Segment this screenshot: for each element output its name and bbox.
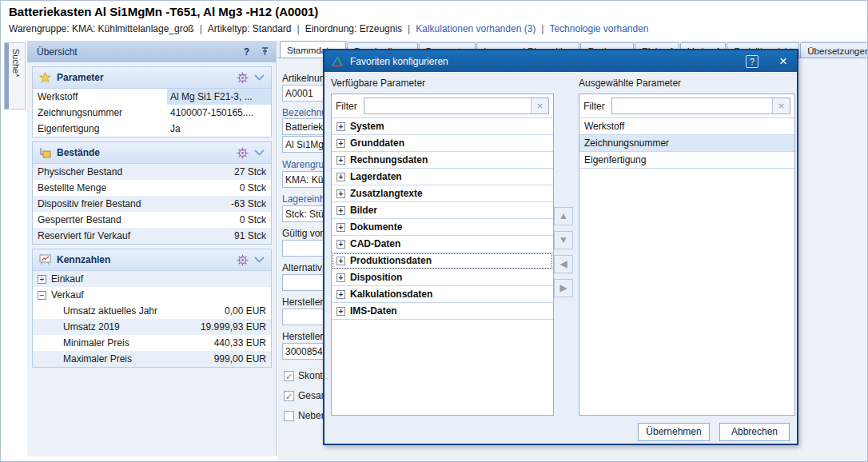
chevron-down-icon[interactable] <box>254 149 265 156</box>
kennzahl-row: Umsatz 201919.999,93 EUR <box>33 319 271 335</box>
overview-title: Übersicht <box>37 46 244 58</box>
dialog-title: Favoriten konfigurieren <box>350 56 739 67</box>
selected-item-werkstoff[interactable]: Werkstoff <box>579 118 794 135</box>
tree-item-zusatzlangtexte[interactable]: +Zusatzlangtexte <box>332 185 553 202</box>
bestand-row: Reserviert für Verkauf91 Stck <box>33 228 271 244</box>
section-bestaende-header[interactable]: Bestände <box>33 142 271 164</box>
section-parameter-header[interactable]: Parameter <box>33 67 271 89</box>
expand-icon[interactable]: + <box>336 290 345 299</box>
tree-item-system[interactable]: +System <box>332 118 553 135</box>
kennzahl-row: Maximaler Preis999,00 EUR <box>33 351 271 367</box>
tab-uebersetzungen[interactable]: Übersetzungen <box>800 42 868 58</box>
alternativ-label: Alternativ <box>282 262 322 273</box>
tree-item-bilder[interactable]: +Bilder <box>332 202 553 219</box>
tree-item-rechnungsdaten[interactable]: +Rechnungsdaten <box>332 152 553 169</box>
section-parameter: Parameter Werkstoff Al Mg Si1 F21-3, ...… <box>32 66 272 137</box>
clear-filter-icon[interactable]: × <box>531 98 548 114</box>
bestand-row: Physischer Bestand27 Stck <box>33 164 271 180</box>
section-bestaende: Bestände Physischer Bestand27 Stck Beste… <box>32 141 272 245</box>
parameter-row: Werkstoff Al Mg Si1 F21-3, ... <box>33 89 271 105</box>
tree-item-cad-daten[interactable]: +CAD-Daten <box>332 236 553 253</box>
available-filter-field: × <box>364 98 549 114</box>
selected-list: Filter × Werkstoff Zeichnungsnummer Eige… <box>579 94 795 416</box>
move-buttons: ▲ ▼ ◀ ▶ <box>554 207 575 297</box>
selected-filter-input[interactable] <box>612 98 772 114</box>
tree-item-ims-daten[interactable]: +IMS-Daten <box>332 303 553 320</box>
expand-icon[interactable]: + <box>336 240 345 249</box>
kennzahlen-group-einkauf[interactable]: + Einkauf <box>33 271 271 287</box>
tree-item-grunddaten[interactable]: +Grunddaten <box>332 135 553 152</box>
tree-item-kalkulationsdaten[interactable]: +Kalkulationsdaten <box>332 286 553 303</box>
application-window: Batteriekasten Al Si1MgMn -T651, Al Mg3 … <box>0 0 868 462</box>
expand-icon[interactable]: + <box>336 122 345 131</box>
section-kennzahlen-header[interactable]: Kennzahlen <box>33 249 271 271</box>
chart-icon <box>39 254 51 265</box>
kennzahl-row: Umsatz aktuelles Jahr0,00 EUR <box>33 303 271 319</box>
bezeichnung-label[interactable]: Bezeichnu <box>282 107 327 118</box>
expand-icon[interactable]: + <box>336 273 345 282</box>
tree-item-dokumente[interactable]: +Dokumente <box>332 219 553 236</box>
dialog-close-button[interactable]: × <box>776 55 790 68</box>
link-technologie[interactable]: Technologie vorhanden <box>549 23 648 34</box>
selected-item-zeichnungsnummer[interactable]: Zeichnungsnummer <box>579 135 794 152</box>
tree-item-lagerdaten[interactable]: +Lagerdaten <box>332 169 553 185</box>
overview-help-button[interactable]: ? <box>244 46 249 58</box>
apply-button[interactable]: Übernehmen <box>638 423 710 441</box>
overview-panel: Übersicht ? Parameter Werkstoff <box>27 41 277 456</box>
expand-icon[interactable]: + <box>336 173 345 181</box>
gesamt-checkbox[interactable]: ✓ <box>284 391 294 401</box>
selected-filter-field: × <box>611 98 790 114</box>
cancel-button[interactable]: Abbrechen <box>719 423 790 441</box>
skonto-checkbox[interactable]: ✓ <box>284 371 294 381</box>
move-down-button[interactable]: ▼ <box>554 231 573 249</box>
sidebar-tab-suche[interactable]: Suche* <box>4 42 26 110</box>
chevron-down-icon[interactable] <box>254 257 265 263</box>
gear-icon[interactable] <box>237 254 249 266</box>
suche-tab-label: Suche* <box>9 43 21 109</box>
selected-item-eigenfertigung[interactable]: Eigenfertigung <box>579 152 794 169</box>
expand-icon[interactable]: + <box>336 257 345 265</box>
bestand-row: Gesperrter Bestand0 Stck <box>33 212 271 228</box>
favoriten-dialog: Favoriten konfigurieren ? × Verfügbare P… <box>323 49 798 445</box>
move-up-button[interactable]: ▲ <box>554 207 573 225</box>
dialog-help-button[interactable]: ? <box>746 55 759 68</box>
filter-label: Filter <box>583 101 605 112</box>
expand-icon[interactable]: + <box>336 189 345 198</box>
kennzahl-row: Minimaler Preis440,33 EUR <box>33 335 271 351</box>
meta-artikeltyp: Artikeltyp: Standard <box>208 23 292 34</box>
tree-item-produktionsdaten[interactable]: +Produktionsdaten <box>332 253 553 269</box>
available-list: Filter × +System +Grunddaten +Rechnungsd… <box>331 94 554 416</box>
gear-icon[interactable] <box>237 72 249 84</box>
selected-heading: Ausgewählte Parameter <box>579 78 681 89</box>
expand-icon[interactable]: + <box>336 223 345 232</box>
app-logo-icon <box>331 56 344 67</box>
parameter-row: Zeichnungsnummer 4100007-150165.... <box>33 105 271 121</box>
kennzahlen-group-verkauf[interactable]: − Verkauf <box>33 287 271 303</box>
expand-icon[interactable]: + <box>336 156 345 165</box>
nebenk-checkbox[interactable] <box>284 411 294 421</box>
move-right-button[interactable]: ▶ <box>554 279 573 297</box>
tree-item-disposition[interactable]: +Disposition <box>332 269 553 286</box>
header-meta: Warengruppe: KMA: Kühlmittelanlage_groß|… <box>9 23 649 34</box>
warengruppe-label[interactable]: Warengru <box>282 159 324 170</box>
gear-icon[interactable] <box>237 147 249 159</box>
bestand-row: Dispositiv freier Bestand-63 Stck <box>33 196 271 212</box>
parameter-row: Eigenfertigung Ja <box>33 121 271 137</box>
expand-icon[interactable]: + <box>336 307 345 316</box>
move-left-button[interactable]: ◀ <box>554 255 573 273</box>
filter-label: Filter <box>336 101 357 112</box>
expand-icon[interactable]: + <box>336 206 345 215</box>
available-filter-input[interactable] <box>364 98 531 114</box>
expand-icon[interactable]: + <box>336 139 345 148</box>
section-kennzahlen: Kennzahlen + Einkauf − Verkauf Umsatz ak… <box>32 249 272 368</box>
skonto-checkbox-row: ✓ Skonto <box>284 370 328 381</box>
link-kalkulationen[interactable]: Kalkulationen vorhanden (3) <box>416 23 536 34</box>
parameter-value-selected[interactable]: Al Mg Si1 F21-3, ... <box>167 89 271 105</box>
pin-icon[interactable] <box>261 46 269 57</box>
lagereinheit-label[interactable]: Lagereinh <box>282 193 325 205</box>
chevron-down-icon[interactable] <box>254 74 265 81</box>
bestand-row: Bestellte Menge0 Stck <box>33 180 271 196</box>
expand-icon[interactable]: + <box>38 275 46 284</box>
clear-filter-icon[interactable]: × <box>772 98 790 114</box>
collapse-icon[interactable]: − <box>38 291 46 300</box>
